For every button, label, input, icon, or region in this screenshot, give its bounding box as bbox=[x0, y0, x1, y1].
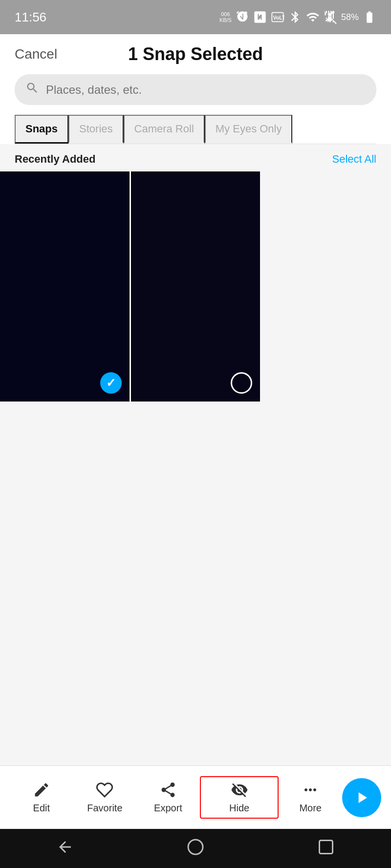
search-icon bbox=[25, 81, 39, 98]
bottom-toolbar: Edit Favorite Export Hide bbox=[0, 765, 391, 829]
send-icon bbox=[352, 788, 371, 807]
back-button[interactable] bbox=[42, 833, 88, 864]
export-label: Export bbox=[154, 803, 182, 814]
nfc-icon bbox=[253, 10, 267, 24]
bottom-nav bbox=[0, 829, 391, 868]
edit-icon bbox=[33, 781, 50, 799]
main-content: Cancel 1 Snap Selected Snaps Stories Cam… bbox=[0, 34, 391, 829]
signal-icon bbox=[324, 10, 337, 24]
status-icons: 006 KB/S VoLTE bbox=[219, 10, 376, 24]
edit-label: Edit bbox=[33, 803, 50, 814]
wifi-icon bbox=[306, 10, 320, 24]
snap-item-1[interactable]: ✓ bbox=[0, 171, 130, 402]
section-header: Recently Added Select All bbox=[0, 144, 391, 171]
checkmark-icon: ✓ bbox=[106, 376, 116, 390]
home-button[interactable] bbox=[172, 833, 219, 864]
send-button[interactable] bbox=[342, 778, 381, 817]
search-input[interactable] bbox=[46, 83, 366, 97]
select-all-button[interactable]: Select All bbox=[332, 153, 377, 166]
hide-label: Hide bbox=[229, 803, 249, 814]
snap-checkbox-2[interactable] bbox=[231, 372, 252, 394]
export-icon bbox=[159, 781, 177, 799]
status-time: 11:56 bbox=[15, 10, 46, 25]
hide-icon bbox=[231, 781, 248, 799]
edit-button[interactable]: Edit bbox=[10, 781, 73, 814]
tab-camera-roll[interactable]: Camera Roll bbox=[124, 115, 205, 144]
svg-rect-3 bbox=[330, 13, 331, 19]
battery-level: 58% bbox=[341, 12, 359, 22]
snaps-grid: ✓ bbox=[0, 171, 391, 402]
empty-area bbox=[0, 402, 391, 765]
tab-stories[interactable]: Stories bbox=[68, 115, 123, 144]
status-bar: 11:56 006 KB/S VoLTE bbox=[0, 0, 391, 34]
svg-point-6 bbox=[188, 840, 203, 854]
battery-icon bbox=[363, 10, 376, 24]
header: Cancel 1 Snap Selected Snaps Stories Cam… bbox=[0, 34, 391, 144]
tabs: Snaps Stories Camera Roll My Eyes Only bbox=[15, 115, 376, 144]
more-label: More bbox=[299, 803, 322, 814]
data-speed: 006 KB/S bbox=[219, 11, 232, 23]
more-button[interactable]: More bbox=[279, 781, 342, 814]
heart-icon bbox=[96, 781, 113, 799]
recent-button[interactable] bbox=[303, 833, 349, 864]
snap-checkbox-1[interactable]: ✓ bbox=[100, 372, 122, 394]
svg-rect-5 bbox=[326, 18, 327, 19]
tab-my-eyes-only[interactable]: My Eyes Only bbox=[205, 115, 293, 144]
hide-button[interactable]: Hide bbox=[200, 776, 279, 819]
svg-rect-7 bbox=[319, 840, 332, 853]
snap-item-2[interactable] bbox=[131, 171, 261, 402]
search-bar bbox=[15, 74, 376, 105]
tab-snaps[interactable]: Snaps bbox=[15, 115, 68, 144]
svg-rect-2 bbox=[333, 11, 334, 19]
cancel-button[interactable]: Cancel bbox=[15, 46, 57, 62]
favorite-label: Favorite bbox=[87, 803, 122, 814]
bluetooth-icon bbox=[288, 10, 302, 24]
header-top: Cancel 1 Snap Selected bbox=[15, 44, 376, 74]
volte-icon: VoLTE bbox=[271, 10, 284, 24]
svg-text:VoLTE: VoLTE bbox=[273, 15, 284, 21]
svg-rect-4 bbox=[328, 16, 329, 19]
alarm-icon bbox=[236, 10, 249, 24]
export-button[interactable]: Export bbox=[136, 781, 200, 814]
section-title: Recently Added bbox=[15, 153, 95, 166]
favorite-button[interactable]: Favorite bbox=[73, 781, 137, 814]
page-title: 1 Snap Selected bbox=[128, 44, 263, 64]
more-icon bbox=[302, 781, 319, 799]
